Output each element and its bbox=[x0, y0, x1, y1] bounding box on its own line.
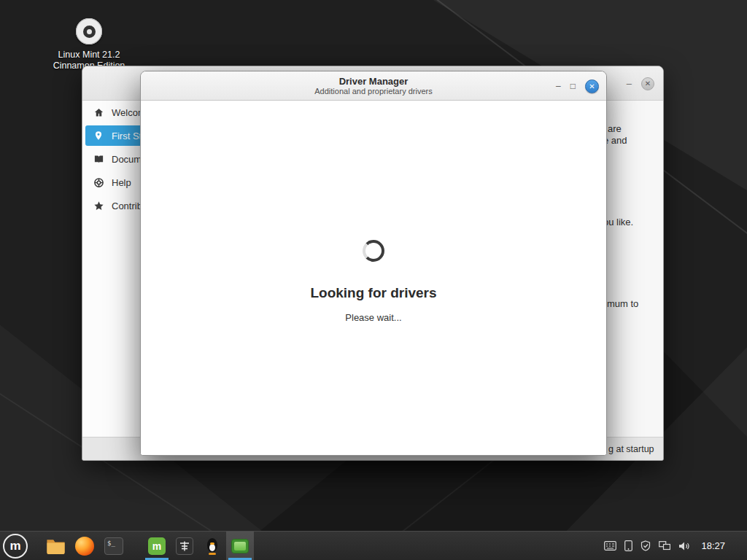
maximize-button[interactable]: □ bbox=[570, 82, 576, 90]
loading-spinner bbox=[363, 240, 384, 262]
lifebuoy-icon bbox=[93, 176, 104, 188]
content-text-fragment: ou like. bbox=[603, 217, 633, 228]
terminal-icon: $_ bbox=[104, 537, 123, 555]
terminal-launcher[interactable]: $_ bbox=[104, 536, 124, 556]
status-heading: Looking for drivers bbox=[141, 285, 606, 301]
window-title: Driver Manager bbox=[339, 76, 409, 87]
system-tray: 18:27 bbox=[604, 532, 747, 560]
close-button[interactable]: ✕ bbox=[641, 77, 654, 90]
device-icon[interactable] bbox=[624, 540, 632, 551]
minimize-button[interactable]: – bbox=[627, 79, 632, 88]
disc-icon bbox=[76, 18, 102, 44]
minimize-button[interactable]: – bbox=[556, 82, 561, 90]
startup-checkbox-label[interactable]: g at startup bbox=[608, 444, 654, 454]
window-button-ime[interactable] bbox=[171, 532, 198, 560]
window-list: m bbox=[143, 532, 254, 560]
sidebar-item-label: Help bbox=[112, 177, 131, 188]
driver-manager-window: Driver Manager Additional and proprietar… bbox=[140, 71, 607, 456]
window-button-driver-manager[interactable] bbox=[226, 532, 254, 560]
driver-manager-titlebar[interactable]: Driver Manager Additional and proprietar… bbox=[141, 71, 606, 101]
mint-logo-icon: m bbox=[9, 539, 20, 553]
content-text-fragment: are bbox=[608, 123, 622, 134]
files-launcher[interactable] bbox=[45, 536, 66, 556]
network-icon[interactable] bbox=[659, 541, 670, 551]
window-subtitle: Additional and proprietary drivers bbox=[314, 87, 432, 96]
driver-manager-body: Looking for drivers Please wait... bbox=[141, 101, 606, 455]
close-button[interactable]: ✕ bbox=[585, 79, 599, 93]
keyboard-layout-icon[interactable] bbox=[604, 541, 616, 551]
tux-penguin-icon bbox=[204, 537, 220, 555]
clock[interactable]: 18:27 bbox=[701, 540, 725, 551]
driver-manager-app-icon bbox=[231, 539, 249, 553]
window-button-welcome[interactable]: m bbox=[143, 532, 171, 560]
content-text-fragment: imum to bbox=[605, 298, 638, 309]
mint-welcome-icon: m bbox=[148, 537, 166, 555]
home-icon bbox=[93, 106, 104, 118]
folder-icon bbox=[46, 538, 66, 554]
window-button-xterm[interactable] bbox=[198, 532, 226, 560]
star-icon bbox=[93, 200, 104, 211]
input-method-icon bbox=[176, 537, 193, 555]
update-shield-icon[interactable] bbox=[640, 540, 651, 551]
firefox-launcher[interactable] bbox=[74, 536, 95, 556]
taskbar: m $_ m bbox=[0, 531, 747, 560]
book-icon bbox=[93, 153, 104, 165]
volume-icon[interactable] bbox=[678, 541, 690, 551]
mint-menu-button[interactable]: m bbox=[3, 534, 28, 559]
desktop-icon-install[interactable]: Linux Mint 21.2 Cinnamon Edition bbox=[38, 18, 140, 71]
map-pin-icon bbox=[93, 130, 104, 141]
firefox-icon bbox=[75, 537, 94, 556]
status-message: Please wait... bbox=[141, 312, 606, 323]
